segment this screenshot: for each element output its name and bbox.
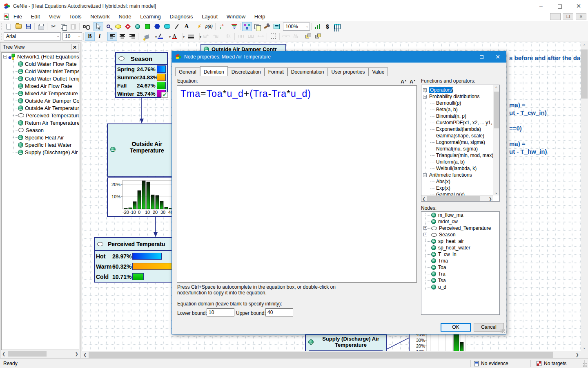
new-button[interactable] <box>4 22 13 31</box>
node-perceived-temperature[interactable]: Perceived Temperatu Hot28.97% Warm60.32%… <box>94 237 176 283</box>
tab-documentation[interactable]: Documentation <box>287 67 328 76</box>
textbox-tool-button[interactable]: A <box>182 22 192 31</box>
bold-button[interactable]: B <box>85 32 95 41</box>
arc-tool-button[interactable] <box>172 22 182 31</box>
function-group[interactable]: +Operators <box>421 87 499 93</box>
utility-node-tool-button[interactable] <box>152 22 162 31</box>
ok-button[interactable]: OK <box>441 323 471 332</box>
dialog-resize-grip[interactable] <box>500 328 505 333</box>
cut-button[interactable]: ✂ <box>49 22 58 31</box>
definition-table-button[interactable] <box>332 22 342 31</box>
tree-view-hscrollbar[interactable]: ❮ ❯ <box>1 350 79 357</box>
tree-item[interactable]: Perceived Temperature <box>2 112 79 119</box>
node-season[interactable]: Season Spring24.76% Summer24.83% Fall24.… <box>115 52 168 98</box>
tree-item-network[interactable]: − Network1 (Heat Equations <box>2 53 79 60</box>
tab-definition[interactable]: Definition <box>200 66 228 76</box>
canvas-hscrollbar[interactable]: ❮ ❯ <box>82 351 581 358</box>
tree-item[interactable]: ∼Mixed Air Temperature <box>2 90 79 97</box>
function-group[interactable]: −Arithmetic functions <box>421 172 499 178</box>
tab-user-properties[interactable]: User properties <box>328 67 369 76</box>
function-item[interactable]: CustomPDF(x1, x2, ... y1, y2 <box>421 119 499 126</box>
window-minimize-button[interactable]: – <box>532 0 550 12</box>
text-color-button[interactable]: A▾ <box>167 32 181 41</box>
italic-button[interactable]: I <box>95 32 105 41</box>
node-item[interactable]: ∼T_cw_in <box>421 251 499 258</box>
node-item[interactable]: ∼sp_heat_air <box>421 238 499 245</box>
window-maximize-button[interactable] <box>550 0 569 12</box>
window-close-button[interactable]: ✕ <box>569 0 588 12</box>
cost-button[interactable]: $ <box>323 22 332 31</box>
tree-item[interactable]: Season <box>2 126 79 134</box>
node-outside-air-temperature[interactable]: ∼ Outside Air Temperature <box>107 123 176 177</box>
decision-node-tool-button[interactable] <box>123 22 133 31</box>
function-item[interactable]: Exp(x) <box>421 185 499 191</box>
cancel-button[interactable]: Cancel <box>474 323 504 332</box>
space-vertical-button[interactable]: ⁺⊞ <box>211 32 220 41</box>
node-item[interactable]: ∼Toa <box>421 264 499 271</box>
node-item[interactable]: ∼u_d <box>421 284 499 290</box>
menu-layout[interactable]: Layout <box>198 12 221 21</box>
chance-node-tool-button[interactable] <box>113 22 123 31</box>
node-supply-air-temperature[interactable]: ∼ Supply (Discharge) Air Temperature <box>305 334 387 351</box>
print-button[interactable] <box>36 22 46 31</box>
tree-item[interactable]: ∼Outside Air Damper Co <box>2 97 79 104</box>
function-item[interactable]: Bernoulli(p) <box>421 100 499 106</box>
dialog-maximize-button[interactable] <box>473 51 490 63</box>
dialog-title-bar[interactable]: Node properties: Mixed Air Temperature ✕ <box>172 51 506 63</box>
function-item[interactable]: Gamma(shape, scale) <box>421 132 499 139</box>
mdi-close-button[interactable]: ✕ <box>576 13 586 20</box>
menu-file[interactable]: File <box>10 12 26 21</box>
save-button[interactable] <box>23 22 33 31</box>
tab-value[interactable]: Value <box>369 67 388 76</box>
menu-edit[interactable]: Edit <box>27 12 44 21</box>
canvas-vscrollbar[interactable]: ⌃ ⌄ <box>581 42 588 351</box>
tree-item[interactable]: ∼Supply (Discharge) Air T <box>2 148 79 156</box>
tree-view-close-icon[interactable]: ✕ <box>71 44 78 50</box>
function-item[interactable]: Lognormal(mu, sigma) <box>421 139 499 146</box>
layout-graph-button[interactable] <box>242 22 252 31</box>
line-color-button[interactable]: ▾ <box>154 32 167 41</box>
tree-item[interactable]: ∼Specific Heat Air <box>2 134 79 141</box>
tree-item[interactable]: ∼Cold Water Inlet Tempe <box>2 67 79 75</box>
node-item[interactable]: ∼mdot_cw <box>421 218 499 225</box>
resize-nodes-button[interactable]: ⟷ <box>256 32 265 41</box>
node-item[interactable]: ∼m_flow_ma <box>421 212 499 218</box>
function-item[interactable]: Weibull(lambda, k) <box>421 165 499 172</box>
align-right-button[interactable] <box>127 32 137 41</box>
equal-width-button[interactable]: ▭▭ <box>281 32 291 41</box>
tree-item[interactable]: ∼Return Air Temperature <box>2 119 79 126</box>
node-item[interactable]: ∼Tsa <box>421 277 499 284</box>
function-group[interactable]: −Probability distributions <box>421 93 499 100</box>
tree-layout-button[interactable]: 品 <box>291 32 301 41</box>
function-item[interactable]: Exponential(lambda) <box>421 126 499 132</box>
line-style-button[interactable]: ▾ <box>184 32 198 41</box>
tree-item[interactable]: ∼Specific Heat Water <box>2 141 79 148</box>
font-size-combo[interactable]: 10⌄ <box>62 32 82 40</box>
menu-node[interactable]: Node <box>115 12 135 21</box>
node-item[interactable]: ∼Tra <box>421 271 499 277</box>
functions-vscrollbar[interactable]: ⌃ ⌄ <box>493 85 499 195</box>
align-bottoms-button[interactable]: ⊔⊔ <box>246 32 256 41</box>
dialog-close-button[interactable]: ✕ <box>490 51 506 63</box>
tools-button[interactable] <box>262 22 272 31</box>
menu-view[interactable]: View <box>45 12 64 21</box>
find-button[interactable] <box>81 22 91 31</box>
equation-input[interactable]: Tma=Toa*u_d+(Tra-Tra*u_d) <box>177 85 417 283</box>
node-item[interactable]: ∼Tma <box>421 258 499 264</box>
function-item[interactable]: Triangular(min, mod, max) <box>421 152 499 159</box>
tab-discretization[interactable]: Discretization <box>228 67 265 76</box>
menu-diagnosis[interactable]: Diagnosis <box>166 12 196 21</box>
fill-color-button[interactable]: ▾ <box>140 32 154 41</box>
function-item[interactable]: Abs(x) <box>421 178 499 185</box>
align-tops-button[interactable]: ⊓⊓ <box>236 32 246 41</box>
invoke-network-button[interactable]: ⇢⇠ <box>217 22 227 31</box>
report-button[interactable] <box>272 22 281 31</box>
zoom-tool-button[interactable] <box>103 22 113 31</box>
equation-node-tool-button[interactable] <box>133 22 143 31</box>
tree-item[interactable]: ∼Mixed Air Flow Rate <box>2 82 79 90</box>
nodes-list[interactable]: ∼m_flow_ma ∼mdot_cw +Perceived_Temperatu… <box>421 211 500 315</box>
select-tool-button[interactable] <box>94 22 103 31</box>
sort-filter-button[interactable] <box>229 22 239 31</box>
node-item[interactable]: +Perceived_Temperature <box>421 225 499 231</box>
functions-tree[interactable]: +Operators −Probability distributions Be… <box>421 85 500 202</box>
